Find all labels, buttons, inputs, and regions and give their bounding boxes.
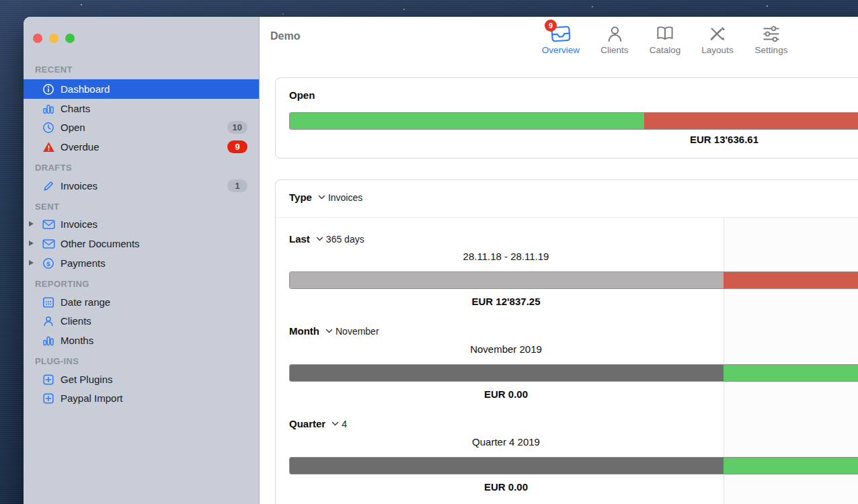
tab-clients[interactable]: Clients	[589, 22, 640, 55]
sidebar-item-label: Date range	[61, 296, 110, 308]
sidebar-item-other-documents[interactable]: Other Documents	[24, 234, 259, 253]
section-header-sent: SENT	[35, 201, 59, 213]
plus-square-icon	[42, 373, 55, 386]
period-caption: November 2019	[289, 343, 723, 355]
open-amount-label: EUR 13'636.61	[289, 134, 858, 145]
chevron-down-icon	[316, 236, 323, 242]
design-tools-icon	[708, 22, 727, 43]
tab-label: Clients	[600, 45, 628, 55]
bar-segment-gray	[290, 272, 724, 288]
person-icon	[42, 314, 55, 328]
sidebar-item-open[interactable]: Open 10	[24, 118, 259, 137]
type-selector[interactable]: Type Invoices	[289, 192, 362, 203]
tab-catalog[interactable]: Catalog	[639, 22, 691, 55]
section-header-drafts: DRAFTS	[35, 162, 72, 174]
inbox-tray-icon: 9	[551, 22, 571, 43]
open-amount-bar	[289, 112, 858, 130]
person-icon	[606, 22, 624, 43]
last-period-selector[interactable]: Last 365 days	[289, 233, 364, 245]
sidebar-item-paypal-import[interactable]: Paypal Import	[24, 388, 259, 408]
sidebar-item-payments[interactable]: $ Payments	[24, 253, 259, 273]
month-label: Month	[289, 325, 319, 337]
tab-label: Layouts	[701, 45, 733, 55]
minimize-button[interactable]	[49, 34, 58, 43]
sidebar-item-label: Get Plugins	[61, 374, 113, 385]
quarter-selector[interactable]: Quarter 4	[289, 418, 347, 429]
sidebar-item-label: Invoices	[61, 218, 98, 230]
count-badge: 10	[227, 121, 247, 134]
book-icon	[656, 22, 674, 43]
sidebar-item-label: Charts	[61, 103, 90, 114]
sidebar-item-date-range[interactable]: Date range	[24, 292, 259, 312]
month-selector[interactable]: Month November	[289, 325, 379, 337]
overview-badge: 9	[545, 19, 557, 32]
clock-icon	[42, 121, 55, 134]
last-period-bar	[289, 271, 858, 289]
bar-chart-icon	[42, 334, 55, 347]
plus-square-icon	[42, 392, 55, 405]
tab-overview[interactable]: 9 Overview	[535, 22, 586, 55]
last-value: 365 days	[326, 234, 364, 245]
sidebar-item-overdue[interactable]: Overdue 9	[24, 137, 259, 157]
sidebar-item-get-plugins[interactable]: Get Plugins	[24, 370, 259, 389]
bar-segment-red	[724, 272, 858, 288]
sliders-icon	[762, 22, 781, 43]
tab-label: Overview	[542, 45, 580, 55]
sidebar-item-months[interactable]: Months	[24, 331, 259, 350]
period-amount: EUR 0.00	[289, 481, 723, 493]
open-card-title: Open	[289, 89, 315, 101]
section-header-recent: RECENT	[35, 64, 73, 76]
section-header-plugins: PLUG-INS	[35, 355, 79, 368]
sidebar-item-label: Other Documents	[61, 238, 140, 249]
sidebar-item-label: Overdue	[61, 141, 100, 153]
last-label: Last	[289, 233, 310, 245]
period-caption: 28.11.18 - 28.11.19	[289, 251, 723, 262]
open-summary-card: Open EUR 13'636.61	[275, 77, 858, 159]
type-value: Invoices	[328, 192, 362, 203]
period-amount: EUR 12'837.25	[289, 296, 723, 307]
period-caption: Quarter 4 2019	[289, 436, 723, 448]
dollar-circle-icon: $	[42, 257, 55, 270]
period-amount: EUR 0.00	[289, 388, 723, 400]
chevron-down-icon	[325, 328, 333, 334]
sidebar-item-sent-invoices[interactable]: Invoices	[24, 214, 259, 234]
section-header-reporting: REPORTING	[35, 278, 89, 290]
sidebar-item-clients[interactable]: Clients	[24, 311, 259, 331]
tab-settings[interactable]: Settings	[746, 22, 797, 55]
svg-text:$: $	[46, 259, 50, 267]
sidebar-item-label: Payments	[61, 257, 106, 269]
sidebar-item-charts[interactable]: Charts	[24, 99, 259, 118]
quarter-label: Quarter	[289, 418, 325, 429]
month-bar	[289, 364, 858, 382]
sidebar-item-draft-invoices[interactable]: Invoices 1	[24, 176, 259, 196]
count-badge: 1	[227, 179, 247, 192]
disclosure-triangle-icon[interactable]	[29, 221, 34, 226]
tab-label: Settings	[755, 45, 788, 55]
tab-layouts[interactable]: Layouts	[692, 22, 743, 55]
bar-segment-dark	[290, 365, 724, 381]
month-value: November	[336, 326, 379, 337]
disclosure-triangle-icon[interactable]	[29, 241, 34, 246]
count-badge: 9	[227, 140, 247, 153]
app-window: RECENT Dashboard Charts Open 10 Overdue	[24, 17, 858, 504]
chevron-down-icon	[318, 194, 325, 200]
quarter-value: 4	[342, 419, 347, 429]
type-report-card: Type Invoices Last 365 days 28.11.18 - 2…	[275, 179, 858, 504]
sidebar-item-label: Months	[61, 335, 93, 346]
pencil-icon	[42, 179, 55, 193]
sidebar-item-label: Clients	[61, 315, 91, 327]
bar-segment-dark	[290, 458, 724, 474]
quarter-bar	[289, 457, 858, 474]
disclosure-triangle-icon[interactable]	[29, 260, 34, 265]
sidebar-item-dashboard[interactable]: Dashboard	[24, 79, 259, 99]
sidebar-item-label: Paypal Import	[61, 392, 123, 404]
envelope-icon	[42, 237, 55, 251]
sidebar-item-label: Invoices	[61, 180, 98, 192]
chevron-down-icon	[332, 421, 339, 427]
document-title: Demo	[270, 30, 300, 42]
zoom-button[interactable]	[65, 34, 75, 43]
calendar-icon	[42, 296, 55, 309]
sidebar: RECENT Dashboard Charts Open 10 Overdue	[24, 17, 260, 504]
close-button[interactable]	[33, 34, 42, 43]
sidebar-item-label: Dashboard	[61, 83, 110, 95]
